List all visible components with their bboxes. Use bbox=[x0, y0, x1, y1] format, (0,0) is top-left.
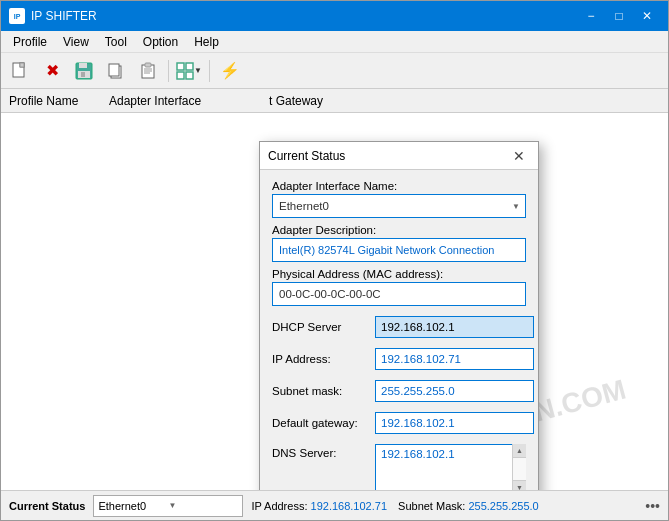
paste-button[interactable] bbox=[133, 57, 163, 85]
col-header-adapter: Adapter Interface bbox=[109, 94, 269, 108]
app-icon: IP bbox=[9, 8, 25, 24]
subnet-row: Subnet mask: bbox=[272, 380, 526, 402]
toolbar-separator bbox=[168, 60, 169, 82]
ip-row: IP Address: bbox=[272, 348, 526, 370]
dns-scrollbar: ▲ ▼ bbox=[512, 444, 526, 490]
gateway-label: Default gateway: bbox=[272, 417, 367, 429]
dialog-content: Adapter Interface Name: Ethernet0 Adapte… bbox=[260, 170, 538, 490]
dns-scroll-up[interactable]: ▲ bbox=[513, 444, 526, 458]
adapter-interface-select[interactable]: Ethernet0 bbox=[272, 194, 526, 218]
delete-button[interactable]: ✖ bbox=[37, 57, 67, 85]
menu-profile[interactable]: Profile bbox=[5, 33, 55, 51]
svg-rect-15 bbox=[177, 72, 184, 79]
menu-option[interactable]: Option bbox=[135, 33, 186, 51]
lightning-button[interactable]: ⚡ bbox=[215, 57, 245, 85]
dhcp-row: DHCP Server bbox=[272, 316, 526, 338]
grid-button[interactable]: ▼ bbox=[174, 57, 204, 85]
mac-input[interactable] bbox=[272, 282, 526, 306]
minimize-button[interactable]: − bbox=[578, 6, 604, 26]
dns-box-wrapper: 192.168.102.1 ▲ ▼ bbox=[375, 444, 526, 490]
new-button[interactable] bbox=[5, 57, 35, 85]
svg-rect-14 bbox=[186, 63, 193, 70]
status-bar: Current Status Ethernet0 ▼ IP Address: 1… bbox=[1, 490, 668, 520]
adapter-interface-label: Adapter Interface Name: bbox=[272, 180, 526, 192]
status-subnet-label: Subnet Mask: bbox=[398, 500, 465, 512]
subnet-input[interactable] bbox=[375, 380, 534, 402]
current-status-dialog: Current Status ✕ Adapter Interface Name:… bbox=[259, 141, 539, 490]
svg-rect-3 bbox=[79, 63, 87, 68]
adapter-interface-section: Adapter Interface Name: Ethernet0 bbox=[272, 180, 526, 218]
ip-label: IP Address: bbox=[272, 353, 367, 365]
mac-label: Physical Address (MAC address): bbox=[272, 268, 526, 280]
svg-rect-7 bbox=[109, 64, 119, 76]
title-bar-text: IP SHIFTER bbox=[31, 9, 578, 23]
menu-help[interactable]: Help bbox=[186, 33, 227, 51]
dialog-close-button[interactable]: ✕ bbox=[508, 146, 530, 166]
adapter-description-section: Adapter Description: bbox=[272, 224, 526, 262]
copy-button[interactable] bbox=[101, 57, 131, 85]
dns-row: DNS Server: 192.168.102.1 ▲ ▼ bbox=[272, 444, 526, 490]
svg-rect-5 bbox=[81, 72, 85, 77]
main-content: YARMAN.COM Current Status ✕ Adapter Inte… bbox=[1, 113, 668, 490]
status-ip-value: 192.168.102.71 bbox=[311, 500, 387, 512]
status-dropdown[interactable]: Ethernet0 ▼ bbox=[93, 495, 243, 517]
dns-box: 192.168.102.1 bbox=[375, 444, 526, 490]
toolbar: ✖ ▼ ⚡ bbox=[1, 53, 668, 89]
dns-value: 192.168.102.1 bbox=[381, 448, 455, 460]
status-more-button[interactable]: ••• bbox=[645, 498, 660, 514]
status-ip-label: IP Address: bbox=[251, 500, 307, 512]
adapter-description-label: Adapter Description: bbox=[272, 224, 526, 236]
dialog-title-bar: Current Status ✕ bbox=[260, 142, 538, 170]
svg-rect-13 bbox=[177, 63, 184, 70]
maximize-button[interactable]: □ bbox=[606, 6, 632, 26]
title-bar: IP IP SHIFTER − □ ✕ bbox=[1, 1, 668, 31]
ip-input[interactable] bbox=[375, 348, 534, 370]
menu-bar: Profile View Tool Option Help bbox=[1, 31, 668, 53]
mac-section: Physical Address (MAC address): bbox=[272, 268, 526, 306]
toolbar-separator-2 bbox=[209, 60, 210, 82]
dropdown-arrow: ▼ bbox=[168, 501, 238, 510]
dialog-title: Current Status bbox=[268, 149, 508, 163]
status-subnet-value: 255.255.255.0 bbox=[468, 500, 538, 512]
menu-tool[interactable]: Tool bbox=[97, 33, 135, 51]
dhcp-input[interactable] bbox=[375, 316, 534, 338]
close-button[interactable]: ✕ bbox=[634, 6, 660, 26]
status-bar-info: IP Address: 192.168.102.71 Subnet Mask: … bbox=[251, 500, 538, 512]
column-headers: Profile Name Adapter Interface t Gateway bbox=[1, 89, 668, 113]
main-window: IP IP SHIFTER − □ ✕ Profile View Tool Op… bbox=[0, 0, 669, 521]
col-header-profile: Profile Name bbox=[9, 94, 109, 108]
dns-scroll-track bbox=[513, 458, 526, 480]
gateway-row: Default gateway: bbox=[272, 412, 526, 434]
menu-view[interactable]: View bbox=[55, 33, 97, 51]
adapter-description-input[interactable] bbox=[272, 238, 526, 262]
subnet-label: Subnet mask: bbox=[272, 385, 367, 397]
save-toolbar-button[interactable] bbox=[69, 57, 99, 85]
status-dropdown-value: Ethernet0 bbox=[98, 500, 168, 512]
svg-rect-16 bbox=[186, 72, 193, 79]
col-header-gateway: t Gateway bbox=[269, 94, 660, 108]
svg-rect-9 bbox=[145, 63, 151, 67]
title-bar-controls: − □ ✕ bbox=[578, 6, 660, 26]
dns-label: DNS Server: bbox=[272, 444, 367, 459]
gateway-input[interactable] bbox=[375, 412, 534, 434]
dhcp-label: DHCP Server bbox=[272, 321, 367, 333]
dns-scroll-down[interactable]: ▼ bbox=[513, 480, 526, 490]
adapter-interface-select-wrapper: Ethernet0 bbox=[272, 194, 526, 218]
status-bar-label: Current Status bbox=[9, 500, 85, 512]
